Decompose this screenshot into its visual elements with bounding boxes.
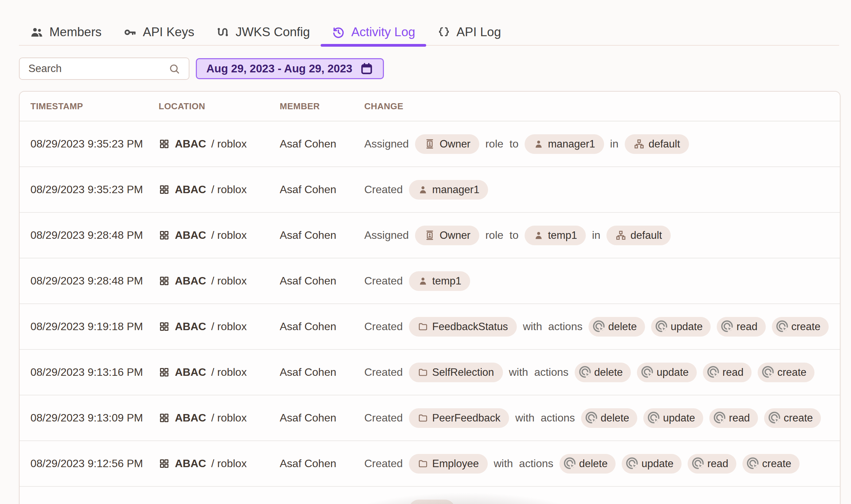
- timestamp-cell: 08/29/2023 9:28:48 PM: [20, 275, 148, 287]
- pill-label: read: [723, 366, 743, 378]
- change-cell: Createdmanager1: [354, 180, 840, 200]
- tab-label: Members: [49, 25, 102, 39]
- change-pill: read: [717, 317, 765, 337]
- location-project: / roblox: [211, 457, 247, 470]
- change-text: Created: [364, 457, 403, 470]
- column-header-timestamp: Timestamp: [20, 101, 148, 112]
- location-cell: ABAC/ roblox: [148, 366, 269, 378]
- column-header-member: Member: [269, 101, 354, 112]
- change-pill: read: [688, 454, 736, 473]
- change-pill: update: [637, 363, 697, 382]
- change-pill: Owner: [415, 226, 479, 245]
- pill-label: update: [641, 458, 673, 470]
- calendar-icon: [360, 62, 374, 75]
- folder-icon: [418, 367, 428, 378]
- org-icon: [634, 138, 645, 149]
- tab-activity-log[interactable]: Activity Log: [321, 19, 426, 45]
- table-row: 08/29/2023 9:35:23 PMABAC/ robloxAsaf Co…: [20, 122, 840, 167]
- tab-api-log[interactable]: API Log: [426, 19, 512, 45]
- folder-icon: [418, 321, 428, 332]
- click-icon: [706, 364, 722, 380]
- pill-label: create: [792, 321, 820, 333]
- table-header: Timestamp Location Member Change: [20, 92, 840, 122]
- tab-label: JWKS Config: [235, 25, 310, 39]
- date-range-label: Aug 29, 2023 - Aug 29, 2023: [206, 62, 352, 75]
- location-org: ABAC: [175, 183, 206, 196]
- location-project: / roblox: [211, 183, 247, 196]
- search-box: [19, 57, 189, 80]
- change-text: with: [509, 366, 528, 378]
- timestamp-cell: 08/29/2023 9:35:23 PM: [20, 138, 148, 150]
- tab-api-keys[interactable]: API Keys: [112, 19, 205, 45]
- change-cell: AssignedOwnerroletomanager1indefault: [354, 134, 840, 154]
- pill-label: FeedbackStatus: [432, 321, 508, 333]
- click-icon: [745, 456, 761, 472]
- change-text: actions: [534, 366, 568, 378]
- click-icon: [712, 410, 728, 426]
- member-cell: Asaf Cohen: [269, 320, 354, 333]
- change-cell: Createdtemp1: [354, 271, 840, 291]
- change-text: Created: [364, 183, 403, 196]
- location-cell: ABAC/ roblox: [148, 183, 269, 196]
- toolbar: Aug 29, 2023 - Aug 29, 2023: [19, 57, 384, 80]
- grid-icon: [159, 230, 170, 241]
- timestamp-cell: 08/29/2023 9:19:18 PM: [20, 320, 148, 333]
- tab-label: API Keys: [143, 25, 194, 39]
- timestamp-cell: 08/29/2023 9:12:56 PM: [20, 457, 148, 470]
- tab-label: API Log: [457, 25, 501, 39]
- click-icon: [767, 410, 783, 426]
- table-row: 08/29/2023 9:28:48 PMABAC/ robloxAsaf Co…: [20, 258, 840, 304]
- change-pill: read: [703, 363, 752, 382]
- person-icon: [533, 230, 544, 240]
- pill-label: temp1: [432, 275, 461, 287]
- change-text: actions: [519, 457, 553, 470]
- click-icon: [639, 364, 656, 380]
- column-header-change: Change: [354, 101, 840, 112]
- change-cell: CreatedPeerFeedbackwithactionsdeleteupda…: [354, 408, 840, 428]
- location-cell: ABAC/ roblox: [148, 457, 269, 470]
- change-pill: create: [772, 317, 829, 337]
- table-row: 08/29/2023 9:13:16 PMABAC/ robloxAsaf Co…: [20, 350, 840, 395]
- date-range-button[interactable]: Aug 29, 2023 - Aug 29, 2023: [196, 58, 384, 79]
- member-cell: Asaf Cohen: [269, 366, 354, 378]
- member-cell: Asaf Cohen: [269, 183, 354, 196]
- pill-label: update: [671, 321, 703, 333]
- click-icon: [624, 456, 640, 472]
- click-icon: [584, 410, 600, 426]
- change-pill: update: [622, 454, 682, 473]
- pill-label: delete: [579, 458, 608, 470]
- pill-label: read: [736, 321, 757, 333]
- change-text: with: [523, 320, 542, 333]
- pill-label: default: [631, 229, 662, 241]
- pill-label: SelfRelection: [432, 366, 494, 378]
- change-text: role: [485, 138, 503, 150]
- change-text: actions: [541, 412, 575, 424]
- grid-icon: [159, 321, 170, 332]
- pill-label: manager1: [432, 184, 479, 196]
- change-pill: delete: [589, 317, 645, 337]
- pill-label: default: [649, 138, 680, 150]
- tab-bar: Members API Keys JWKS Config Activity Lo…: [19, 0, 839, 46]
- change-pill: update: [643, 408, 703, 428]
- search-icon: [168, 62, 181, 75]
- table-row: 08/29/2023 9:35:23 PMABAC/ robloxAsaf Co…: [20, 167, 840, 213]
- change-pill: create: [742, 454, 799, 473]
- member-cell: Asaf Cohen: [269, 229, 354, 241]
- change-pill: FeedbackStatus: [409, 317, 517, 337]
- timestamp-cell: 08/29/2023 9:28:48 PM: [20, 229, 148, 241]
- click-icon: [760, 364, 777, 380]
- change-text: Assigned: [364, 229, 409, 241]
- change-pill: PeerFeedback: [409, 408, 509, 428]
- member-cell: Asaf Cohen: [269, 138, 354, 150]
- search-input[interactable]: [28, 62, 164, 75]
- change-pill: Owner: [415, 134, 479, 154]
- location-org: ABAC: [175, 320, 206, 333]
- change-pill: read: [709, 408, 758, 428]
- tab-members[interactable]: Members: [19, 19, 112, 45]
- grid-icon: [159, 458, 170, 469]
- tab-jwks-config[interactable]: JWKS Config: [205, 19, 321, 45]
- pill-label: PeerFeedback: [432, 412, 501, 424]
- pill-label: create: [784, 412, 813, 424]
- change-text: role: [485, 229, 503, 241]
- location-project: / roblox: [211, 320, 247, 333]
